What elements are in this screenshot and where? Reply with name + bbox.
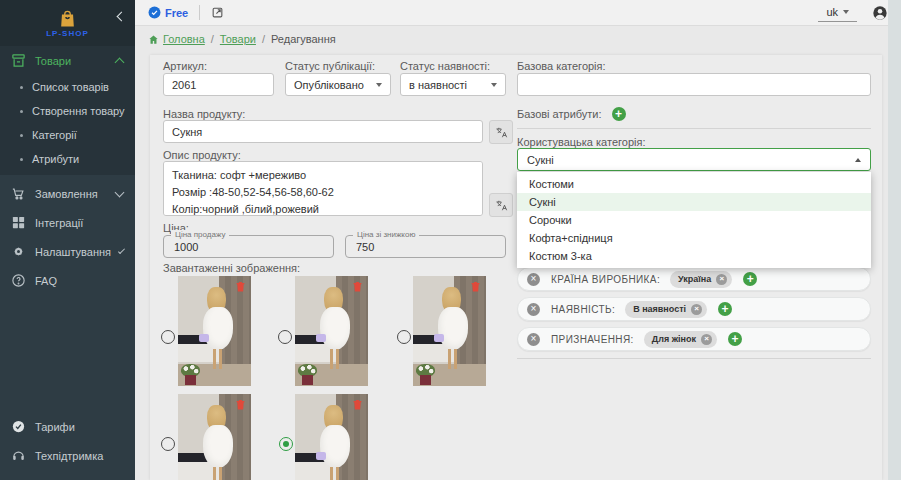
trash-icon xyxy=(352,280,363,293)
main-image-radio[interactable] xyxy=(278,330,292,344)
attribute-value-chip: Для жінок × xyxy=(644,331,717,348)
sidebar-item-support[interactable]: Техпідтримка xyxy=(0,441,135,470)
sidebar-collapse-button[interactable] xyxy=(118,6,125,24)
dropdown-option[interactable]: Кофта+спідниця xyxy=(517,229,871,247)
publish-status-select[interactable]: Опубліковано xyxy=(285,73,391,96)
add-value-button[interactable]: + xyxy=(728,332,742,346)
sidebar-item-categories[interactable]: Категорії xyxy=(0,123,135,147)
plan-label: Free xyxy=(165,7,188,19)
sidebar-item-integrations[interactable]: Інтеграції xyxy=(0,208,135,237)
trash-icon xyxy=(352,398,363,411)
sidebar-item-faq[interactable]: FAQ xyxy=(0,266,135,295)
bullet-icon xyxy=(20,86,23,89)
chevron-up-icon xyxy=(115,57,125,67)
language-select[interactable]: uk xyxy=(818,4,857,22)
chevron-down-icon xyxy=(118,246,125,253)
translate-description-button[interactable] xyxy=(489,193,513,217)
sidebar-item-attributes[interactable]: Атрибути xyxy=(0,147,135,171)
chevron-down-icon xyxy=(115,187,125,197)
attribute-value: В наявності xyxy=(633,304,686,314)
remove-value-button[interactable]: × xyxy=(716,274,727,285)
product-name-label: Назва продукту: xyxy=(163,108,245,120)
stock-status-select[interactable]: в наявності xyxy=(400,73,506,96)
sidebar-item-orders[interactable]: Замовлення xyxy=(0,179,135,208)
divider xyxy=(517,358,871,359)
translate-name-button[interactable] xyxy=(489,120,513,144)
breadcrumb-products-link[interactable]: Товари xyxy=(220,33,256,45)
sidebar-item-product-list[interactable]: Список товарів xyxy=(0,75,135,99)
account-icon xyxy=(872,5,888,21)
breadcrumb-home-link[interactable]: Головна xyxy=(148,33,205,45)
dropdown-option[interactable]: Костюми xyxy=(517,175,871,193)
account-button[interactable] xyxy=(872,5,888,21)
sidebar-item-product-create[interactable]: Створення товару xyxy=(0,99,135,123)
sidebar-group-products: Товари Список товарів Створення товару К… xyxy=(0,46,135,175)
dropdown-option[interactable]: Сорочки xyxy=(517,211,871,229)
products-box-icon xyxy=(11,53,26,68)
remove-value-button[interactable]: × xyxy=(691,304,702,315)
bullet-icon xyxy=(20,110,23,113)
remove-attribute-button[interactable]: × xyxy=(527,333,540,346)
sidebar-subitem-label: Категорії xyxy=(32,129,77,141)
sku-input[interactable] xyxy=(163,73,274,96)
product-name-input[interactable] xyxy=(163,120,483,143)
remove-attribute-button[interactable]: × xyxy=(527,303,540,316)
main-image-radio[interactable] xyxy=(161,437,175,451)
sidebar-item-label: Тарифи xyxy=(35,421,123,433)
sidebar-item-label: FAQ xyxy=(35,275,123,287)
breadcrumb-separator: / xyxy=(211,33,214,45)
breadcrumb: Головна / Товари / Редагування xyxy=(148,33,336,45)
scrollbar-track[interactable] xyxy=(888,0,901,480)
caret-down-icon xyxy=(843,10,849,14)
sidebar-item-label: Налаштування xyxy=(35,246,111,258)
base-category-input[interactable] xyxy=(517,73,871,96)
dropdown-option[interactable]: Сукні xyxy=(517,193,871,211)
discount-price-input[interactable] xyxy=(346,236,505,257)
remove-value-button[interactable]: × xyxy=(701,334,712,345)
plan-badge[interactable]: Free xyxy=(148,6,188,19)
stock-status-value: в наявності xyxy=(409,79,467,91)
dropdown-option[interactable]: Костюм 3-ка xyxy=(517,247,871,265)
delete-image-button[interactable] xyxy=(235,398,246,411)
discount-price-floating-label: Ціна зі знижкою xyxy=(353,230,419,239)
add-value-button[interactable]: + xyxy=(718,302,732,316)
product-image[interactable] xyxy=(413,276,486,386)
product-image[interactable] xyxy=(178,394,251,480)
external-link-icon xyxy=(211,6,224,19)
attribute-value-chip: В наявності × xyxy=(625,301,707,318)
product-image[interactable] xyxy=(295,276,368,386)
main-image-radio[interactable] xyxy=(397,330,411,344)
sidebar-item-settings[interactable]: Налаштування xyxy=(0,237,135,266)
delete-image-button[interactable] xyxy=(235,280,246,293)
add-base-attribute-button[interactable]: + xyxy=(612,107,626,121)
breadcrumb-home-label: Головна xyxy=(163,33,205,45)
custom-category-value: Сукні xyxy=(527,154,554,166)
topbar-divider xyxy=(199,5,200,20)
delete-image-button[interactable] xyxy=(352,398,363,411)
sale-price-input[interactable] xyxy=(164,236,333,257)
main-image-radio[interactable] xyxy=(161,330,175,344)
check-circle-icon xyxy=(11,419,26,434)
open-storefront-button[interactable] xyxy=(211,6,224,19)
sidebar-item-tariffs[interactable]: Тарифи xyxy=(0,412,135,441)
add-value-button[interactable]: + xyxy=(743,272,757,286)
delete-image-button[interactable] xyxy=(352,280,363,293)
attribute-row-purpose: × ПРИЗНАЧЕННЯ: Для жінок × + xyxy=(517,327,871,351)
sidebar-header: LP-SHOP xyxy=(0,0,135,46)
product-image[interactable] xyxy=(295,394,368,480)
stock-status-label: Статус наявності: xyxy=(400,60,490,72)
product-image[interactable] xyxy=(178,276,251,386)
attribute-name: НАЯВНІСТЬ: xyxy=(551,304,615,315)
home-icon xyxy=(148,34,159,45)
delete-image-button[interactable] xyxy=(470,280,481,293)
custom-category-select[interactable]: Сукні xyxy=(517,148,871,171)
remove-attribute-button[interactable]: × xyxy=(527,273,540,286)
sidebar-item-products[interactable]: Товари xyxy=(0,46,135,75)
main-image-radio[interactable] xyxy=(279,437,293,451)
description-label: Опис продукту: xyxy=(163,149,241,161)
verified-badge-icon xyxy=(148,6,161,19)
description-textarea[interactable]: Тканина: софт +мереживо Розмір :48-50,52… xyxy=(163,161,483,216)
translate-icon xyxy=(495,199,508,212)
sidebar-subitem-label: Створення товару xyxy=(32,105,125,117)
caret-down-icon xyxy=(376,83,382,87)
